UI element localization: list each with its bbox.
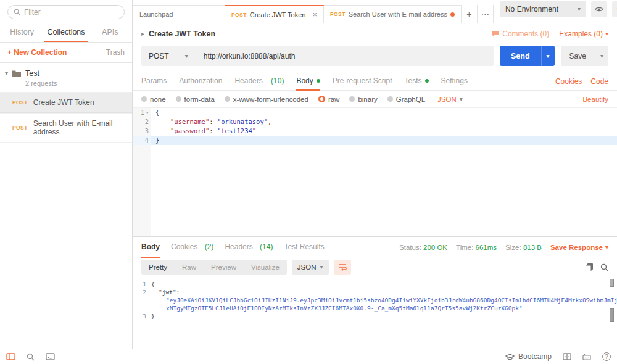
response-line: "eyJ0eXAiOiJKV1QiLCJhbGciOiJIUzI1NiJ9.ey… [138, 296, 608, 304]
toggle-sidebar-button[interactable] [6, 353, 15, 360]
tab-body[interactable]: Body [296, 72, 320, 91]
examples-button[interactable]: Examples (0) ▾ [559, 30, 608, 38]
method-badge: POST [330, 11, 346, 17]
view-preview[interactable]: Preview [204, 260, 244, 275]
response-tab-headers[interactable]: Headers (14) [225, 237, 273, 258]
chevron-down-icon[interactable]: ▾ [5, 69, 8, 87]
tab-label: Settings [441, 77, 468, 85]
new-collection-button[interactable]: + New Collection [7, 48, 67, 57]
tab-search-user[interactable]: POST Search User with E-mail address [324, 5, 462, 23]
send-button[interactable]: Send [500, 46, 541, 66]
response-line: 1 { [138, 280, 608, 288]
body-mode-raw[interactable]: raw [318, 96, 340, 103]
chevron-down-icon: ▾ [460, 95, 463, 104]
scrollbar-thumb[interactable] [610, 279, 614, 287]
body-mode-binary[interactable]: binary [349, 96, 377, 103]
graduation-cap-icon [505, 354, 515, 360]
trash-link[interactable]: Trash [106, 48, 125, 57]
filter-search-box[interactable] [7, 5, 125, 19]
examples-label: Examples (0) [559, 30, 603, 38]
search-icon[interactable] [600, 263, 608, 271]
wrap-text-button[interactable] [334, 260, 351, 275]
response-meta: Status: 200 OK Time: 661ms Size: 813 B S… [399, 243, 608, 252]
copy-icon[interactable] [586, 263, 593, 271]
environment-select[interactable]: No Environment ▾ [500, 1, 586, 17]
view-visualize[interactable]: Visualize [244, 260, 287, 275]
response-tab-test-results[interactable]: Test Results [284, 237, 324, 258]
text-cursor [160, 137, 160, 144]
send-options-button[interactable]: ▾ [541, 46, 555, 66]
response-language-select[interactable]: JSON ▾ [292, 260, 329, 275]
bootcamp-button[interactable]: Bootcamp [505, 352, 552, 361]
radio-icon [141, 96, 147, 102]
url-input[interactable]: http://orkun.lo:8888/api/auth [196, 46, 494, 66]
radio-label: binary [358, 96, 377, 103]
close-icon[interactable]: × [312, 10, 317, 19]
eye-icon [595, 6, 603, 12]
filter-input[interactable] [24, 8, 118, 17]
body-mode-form-data[interactable]: form-data [176, 96, 215, 103]
sidebar-request-search-user[interactable]: POST Search User with E-mail address [0, 113, 132, 142]
sidebar-tab-collections[interactable]: Collections [44, 23, 88, 42]
comment-icon [491, 30, 499, 38]
scrollbar-thumb[interactable] [610, 308, 614, 322]
tab-launchpad[interactable]: Launchpad [133, 5, 225, 23]
new-tab-button[interactable]: + [462, 5, 478, 23]
fold-icon[interactable]: ▾ [146, 108, 149, 117]
tab-headers[interactable]: Headers (10) [234, 72, 284, 91]
response-line: 3 } [138, 312, 608, 320]
line-number: 4 [133, 136, 151, 145]
tab-label: Cookies [171, 242, 197, 251]
code-link[interactable]: Code [590, 77, 608, 86]
help-button[interactable]: ? [602, 352, 611, 361]
collection-header[interactable]: ▾ Test 2 requests [0, 63, 132, 92]
response-tab-cookies[interactable]: Cookies (2) [171, 237, 213, 258]
chevron-down-icon: ▾ [185, 52, 188, 60]
request-name: Create JWT Token [33, 98, 94, 107]
main-row: History Collections APIs + New Collectio… [0, 0, 617, 349]
wrap-text-icon [338, 263, 347, 271]
cookies-link[interactable]: Cookies [555, 77, 582, 86]
body-language-select[interactable]: JSON ▾ [437, 95, 463, 104]
body-mode-none[interactable]: none [141, 96, 166, 103]
save-button-group: Save ▾ [561, 46, 608, 66]
tab-authorization[interactable]: Authorization [179, 72, 222, 91]
tab-pre-request-script[interactable]: Pre-request Script [333, 72, 392, 91]
sidebar-request-create-jwt-token[interactable]: POST Create JWT Token [0, 92, 132, 113]
view-raw[interactable]: Raw [175, 260, 204, 275]
tab-create-jwt-token[interactable]: POST Create JWT Token × [225, 5, 324, 23]
chevron-right-icon[interactable]: ▸ [141, 30, 144, 38]
save-button[interactable]: Save [561, 46, 595, 66]
shortcuts-button[interactable] [582, 354, 591, 360]
console-icon [46, 353, 55, 360]
request-title-group[interactable]: ▸ Create JWT Token [141, 30, 215, 38]
console-button[interactable] [46, 353, 55, 360]
sidebar-tab-history[interactable]: History [0, 23, 44, 42]
environment-quick-look-button[interactable] [591, 1, 607, 17]
body-mode-urlencoded[interactable]: x-www-form-urlencoded [225, 96, 308, 103]
view-pretty[interactable]: Pretty [141, 260, 175, 275]
sidebar-tab-apis[interactable]: APIs [88, 23, 132, 42]
response-body-viewer[interactable]: 1 { 2 "jwt": "eyJ0eXAiOiJKV1QiLCJhbGciOi… [133, 276, 617, 349]
chevron-down-icon: ▾ [605, 243, 608, 252]
tab-settings[interactable]: Settings [441, 72, 468, 91]
comments-button[interactable]: Comments (0) [491, 30, 549, 38]
tab-label: Body [296, 77, 313, 85]
editor-gutter [133, 145, 617, 236]
save-response-button[interactable]: Save Response▾ [550, 243, 608, 252]
method-select[interactable]: POST ▾ [141, 46, 196, 66]
request-tabs-strip: Launchpad POST Create JWT Token × POST S… [133, 0, 494, 23]
two-pane-view-button[interactable] [563, 353, 571, 360]
tab-label: Test Results [284, 242, 324, 251]
tab-params[interactable]: Params [141, 72, 167, 91]
tab-tests[interactable]: Tests [405, 72, 429, 91]
body-mode-graphql[interactable]: GraphQL [387, 96, 425, 103]
request-body-editor[interactable]: 1▾ { 2 "username": "orkunatasoy", 3 "pas… [133, 107, 617, 236]
response-tab-body[interactable]: Body [141, 237, 160, 258]
save-options-button[interactable]: ▾ [595, 46, 608, 66]
environment-settings-button[interactable]: ⚙ [612, 1, 617, 17]
beautify-link[interactable]: Beautify [582, 96, 608, 103]
search-icon [14, 9, 20, 15]
tab-options-button[interactable]: ⋯ [478, 5, 494, 23]
find-button[interactable] [27, 353, 35, 361]
